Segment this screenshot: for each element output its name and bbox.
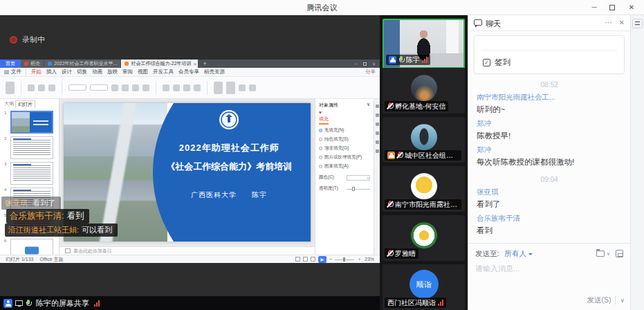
ribbon-icon[interactable] <box>132 84 139 91</box>
zoom-in-button[interactable]: ＋ <box>357 256 362 263</box>
menu-review[interactable]: 审阅 <box>122 69 133 75</box>
view-reading-icon[interactable] <box>311 257 315 262</box>
wps-doc-tab-active[interactable]: 社会工作综合能力-22年培训 ✕ <box>121 60 199 68</box>
ribbon-icon[interactable] <box>48 84 55 91</box>
screenshot-icon[interactable] <box>616 250 623 257</box>
panel-strip-icon[interactable] <box>376 122 379 126</box>
fill-tab[interactable]: 填充 <box>319 116 329 125</box>
message-input[interactable] <box>475 264 620 273</box>
slide-thumb[interactable]: 1 <box>0 109 59 135</box>
ribbon-icon[interactable] <box>38 84 45 91</box>
view-sorter-icon[interactable] <box>303 257 308 262</box>
file-attach-icon[interactable] <box>596 250 605 257</box>
ribbon-icon[interactable] <box>111 84 118 91</box>
ribbon-icon[interactable] <box>183 84 190 91</box>
video-tile[interactable]: 城中区社会组织孵... <box>383 117 465 163</box>
panel-strip-icon[interactable] <box>376 140 379 144</box>
color-dropdown[interactable]: ∨ <box>347 175 370 181</box>
doc-tab-close-icon[interactable]: ✕ <box>194 62 197 66</box>
chat-close-button[interactable]: ✕ <box>619 19 625 26</box>
video-tile[interactable]: 顺诣 西门社区冯顺诣 <box>383 264 465 310</box>
paste-icon[interactable] <box>6 82 15 94</box>
attach-caret-icon[interactable]: ∨ <box>607 251 610 257</box>
wps-close-icon[interactable]: ✕ <box>372 62 376 66</box>
video-tile[interactable]: 南宁市阳光雨露社会工... <box>383 166 465 212</box>
panel-strip-icon[interactable] <box>376 131 379 135</box>
wps-doc-tab[interactable]: 稻壳 <box>21 60 44 68</box>
fill-option[interactable]: 无填充(N) <box>319 127 370 134</box>
video-tile-speaker[interactable]: 陈宇 <box>383 19 465 69</box>
new-doc-tab-button[interactable]: + <box>199 60 210 68</box>
menu-design[interactable]: 设计 <box>62 69 72 75</box>
zoom-slider[interactable] <box>335 257 354 262</box>
props-collapse-icon[interactable]: ∨ <box>367 102 370 109</box>
menu-slideshow[interactable]: 放映 <box>107 69 118 75</box>
slide-thumb[interactable]: 2 <box>0 135 59 161</box>
panel-strip-icon[interactable] <box>376 113 379 117</box>
ribbon-icon[interactable] <box>194 84 201 91</box>
current-slide[interactable]: 2022年助理社会工作师 《社会工作综合能力》考前培训 广西医科大学 陈宇 <box>64 103 311 241</box>
video-tile[interactable]: 罗雅晴 <box>383 215 465 261</box>
menu-animation[interactable]: 动画 <box>92 69 102 75</box>
menu-transition[interactable]: 切换 <box>77 69 87 75</box>
ribbon-icon[interactable] <box>249 84 256 91</box>
menu-docer[interactable]: 稻壳资源 <box>204 69 225 75</box>
menu-start[interactable]: 开始 <box>31 69 42 75</box>
ribbon-icon[interactable] <box>239 84 246 91</box>
menu-insert[interactable]: 插入 <box>46 69 57 75</box>
wps-minimize-icon[interactable]: ─ <box>355 62 358 66</box>
ribbon-icon[interactable] <box>214 82 223 94</box>
message-sender[interactable]: 郑冲 <box>477 145 491 155</box>
wps-maximize-icon[interactable] <box>363 62 367 66</box>
wps-home-tab[interactable]: 首页 <box>0 60 21 68</box>
menu-view[interactable]: 视图 <box>138 69 148 75</box>
signin-icon: ✓ <box>483 59 490 66</box>
signin-button[interactable]: ✓ 签到 <box>483 57 510 68</box>
video-tile[interactable]: 孵化基地-何安信 <box>383 68 465 113</box>
ribbon-icon[interactable] <box>28 84 35 91</box>
notes-bar[interactable]: 单击此处添加备注 <box>59 246 315 255</box>
ribbon-icon[interactable] <box>163 84 169 91</box>
slide-thumb[interactable]: 6 <box>0 237 59 255</box>
slide-thumb[interactable]: 3 <box>0 161 59 186</box>
favorite-icon[interactable]: ♥ <box>319 110 370 115</box>
panel-strip-icon[interactable] <box>376 104 379 108</box>
ribbon-icon[interactable] <box>122 84 129 91</box>
slider-knob[interactable] <box>352 187 355 191</box>
send-to-select[interactable]: 所有人 <box>504 249 526 259</box>
message-sender[interactable]: 合乐族韦干清 <box>477 214 520 224</box>
panel-strip-icon[interactable] <box>376 149 379 153</box>
zoom-slider-knob[interactable] <box>343 257 345 262</box>
font-select[interactable] <box>68 84 86 91</box>
message-sender[interactable]: 郑冲 <box>477 119 491 129</box>
alpha-slider[interactable] <box>347 186 370 192</box>
panel-menu-icon[interactable] <box>632 19 643 28</box>
share-menu[interactable]: 分享 <box>365 69 376 75</box>
send-button[interactable]: 发送(S) <box>587 295 611 305</box>
font-size-select[interactable] <box>90 84 108 91</box>
ribbon-icon[interactable] <box>173 84 180 91</box>
notes-icon <box>65 248 71 253</box>
maximize-button[interactable] <box>607 2 618 13</box>
fill-option[interactable]: 图案填充(A) <box>319 163 370 170</box>
message-sender[interactable]: 张亚琪 <box>477 188 499 197</box>
menu-member[interactable]: 会员专享 <box>178 69 199 75</box>
slideshow-play-button[interactable]: ▶ <box>318 256 326 263</box>
ribbon-icon[interactable] <box>142 84 149 91</box>
zoom-out-button[interactable]: − <box>329 257 332 262</box>
fill-option[interactable]: 纯色填充(S) <box>319 136 370 143</box>
fill-option[interactable]: 渐变填充(G) <box>319 145 370 152</box>
send-options-icon[interactable]: ∨ <box>620 297 625 304</box>
tab-outline[interactable]: 大纲 <box>4 100 14 108</box>
tab-slides[interactable]: 幻灯片 <box>15 100 35 108</box>
chat-more-button[interactable]: ⋯ <box>605 18 612 27</box>
file-menu[interactable]: 文件 <box>4 69 26 75</box>
minimize-button[interactable]: ─ <box>589 2 600 13</box>
wps-doc-tab[interactable]: 2022年社会工作者职业水平... <box>44 60 121 68</box>
message-sender[interactable]: 南宁市阳光雨露社会工... <box>477 93 555 102</box>
fill-option[interactable]: 图片或纹理填充(P) <box>319 154 370 161</box>
view-normal-icon[interactable] <box>295 257 300 262</box>
menu-devtools[interactable]: 开发工具 <box>153 69 174 75</box>
close-button[interactable]: ✕ <box>626 2 637 13</box>
ribbon-icon[interactable] <box>226 82 235 94</box>
